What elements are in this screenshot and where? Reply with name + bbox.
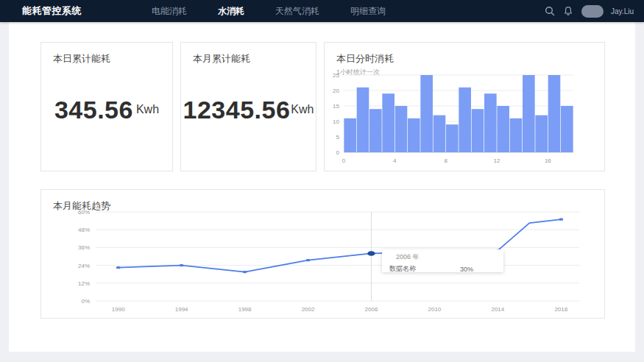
month-energy-unit: Kwh — [291, 103, 314, 116]
today-energy-card: 本日累计能耗 345.56 Kwh — [40, 42, 173, 171]
svg-text:0%: 0% — [81, 298, 90, 305]
tooltip-value: 30% — [460, 266, 473, 273]
svg-text:20: 20 — [333, 88, 339, 94]
svg-text:15: 15 — [333, 103, 339, 110]
tooltip-row: 数据名称 30% — [389, 264, 503, 274]
nav-item-water[interactable]: 水消耗 — [202, 0, 260, 22]
svg-text:2010: 2010 — [428, 306, 442, 313]
today-energy-body: 345.56 Kwh — [41, 65, 172, 154]
svg-text:2018: 2018 — [554, 306, 567, 313]
tooltip-series-label: 数据名称 — [389, 264, 416, 274]
hourly-bar-chart[interactable]: 05101520250481216 — [325, 72, 604, 169]
month-energy-value: 12345.56 — [183, 96, 291, 124]
hourly-consumption-card: 本日分时消耗 1小时统计一次 05101520250481216 — [324, 42, 605, 171]
username: Jay.Liu — [611, 7, 634, 15]
svg-text:2014: 2014 — [491, 306, 504, 313]
content-panel: 本日累计能耗 345.56 Kwh 本月累计能耗 12345.56 Kwh 本日… — [9, 22, 635, 352]
month-energy-body: 12345.56 Kwh — [181, 65, 316, 154]
svg-text:48%: 48% — [78, 227, 90, 233]
user-avatar[interactable] — [581, 5, 604, 18]
today-energy-unit: Kwh — [136, 103, 159, 116]
svg-text:25: 25 — [333, 72, 339, 79]
kpi-row: 本日累计能耗 345.56 Kwh 本月累计能耗 12345.56 Kwh 本日… — [40, 42, 605, 171]
top-navbar: 能耗管控系统 电能消耗 水消耗 天然气消耗 明细查询 Jay.Liu — [0, 0, 644, 22]
svg-text:5: 5 — [336, 134, 340, 141]
svg-text:0: 0 — [342, 157, 346, 164]
monthly-trend-line-chart[interactable]: 0%12%24%36%48%60%19901994199820022006201… — [41, 207, 604, 318]
nav-item-gas[interactable]: 天然气消耗 — [260, 0, 335, 22]
svg-text:4: 4 — [393, 157, 397, 164]
today-energy-value: 345.56 — [54, 96, 133, 124]
svg-text:12: 12 — [494, 157, 500, 164]
month-energy-card: 本月累计能耗 12345.56 Kwh — [180, 42, 316, 171]
svg-text:16: 16 — [545, 157, 551, 164]
svg-text:12%: 12% — [78, 280, 90, 287]
monthly-trend-card: 本月能耗趋势 0%12%24%36%48%60%1990199419982002… — [40, 189, 605, 319]
chart-tooltip: 2006 年 数据名称 30% — [382, 249, 503, 272]
search-icon[interactable] — [545, 6, 556, 17]
tooltip-title: 2006 年 — [396, 252, 503, 262]
svg-text:2002: 2002 — [302, 306, 315, 313]
bell-icon[interactable] — [563, 6, 574, 17]
today-energy-title: 本日累计能耗 — [41, 43, 172, 65]
main-menu: 电能消耗 水消耗 天然气消耗 明细查询 — [136, 0, 401, 22]
svg-text:1990: 1990 — [112, 306, 125, 313]
svg-text:1994: 1994 — [175, 306, 188, 313]
svg-text:8: 8 — [444, 157, 447, 164]
svg-text:36%: 36% — [78, 244, 90, 251]
nav-item-electric[interactable]: 电能消耗 — [136, 0, 202, 22]
navbar-right: Jay.Liu — [545, 0, 634, 22]
svg-text:24%: 24% — [78, 263, 90, 269]
svg-text:2006: 2006 — [365, 306, 378, 313]
hourly-chart-title: 本日分时消耗 — [325, 43, 604, 65]
svg-text:10: 10 — [333, 118, 339, 125]
svg-text:0: 0 — [336, 149, 340, 156]
app-title: 能耗管控系统 — [0, 4, 136, 18]
month-energy-title: 本月累计能耗 — [181, 43, 316, 65]
svg-text:1998: 1998 — [238, 306, 252, 313]
nav-item-detail-query[interactable]: 明细查询 — [335, 0, 401, 22]
svg-text:60%: 60% — [78, 209, 90, 216]
